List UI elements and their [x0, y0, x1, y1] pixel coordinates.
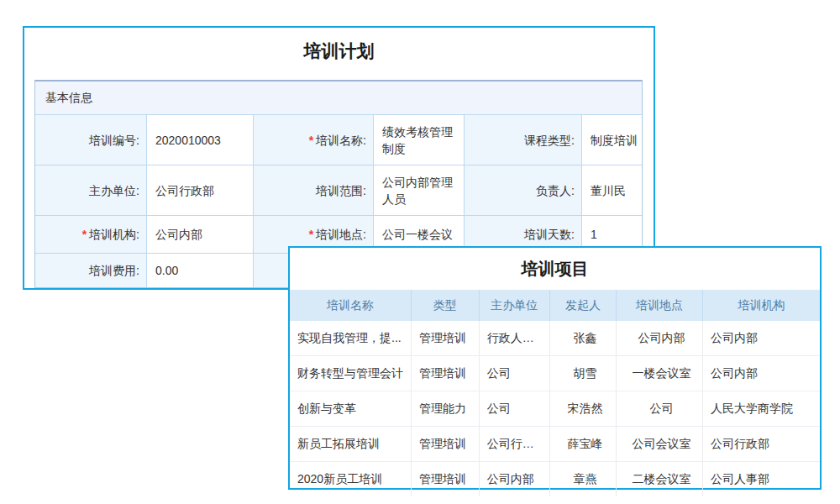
field-label-text: 培训机构: — [89, 226, 139, 243]
table-row: 2020新员工培训 管理培训 公司内部 章燕 二楼会议室 公司人事部 — [290, 462, 820, 497]
field-label-text: 培训天数: — [524, 226, 575, 243]
field-label: 培训范围: — [254, 165, 374, 216]
field-label-text: 负责人: — [536, 182, 575, 199]
table-row: 财务转型与管理会计 管理培训 公司 胡雪 一楼会议室 公司内部 — [290, 356, 820, 391]
field-label-text: 培训地点: — [316, 226, 366, 243]
field-value: 董川民 — [582, 165, 642, 216]
table-row: 新员工拓展培训 管理培训 公司行政部 薛宝峰 公司会议室 公司行政部 — [290, 427, 820, 462]
initiator-link[interactable]: 宋浩然 — [549, 391, 617, 427]
location-cell: 二楼会议室 — [617, 462, 703, 497]
column-header-agency: 培训机构 — [703, 290, 820, 321]
field-value: 绩效考核管理制度 — [374, 115, 465, 165]
location-cell: 一楼会议室 — [617, 356, 703, 391]
field-label-text: 培训费用: — [89, 262, 139, 279]
column-header-name: 培训名称 — [290, 290, 411, 321]
field-label-text: 培训编号: — [89, 132, 139, 149]
agency-cell: 公司行政部 — [703, 427, 820, 462]
org-cell: 公司行政部 — [479, 427, 549, 462]
page-title: 培训计划 — [24, 38, 654, 65]
training-projects-panel: 培训项目 培训名称 类型 主办单位 发起人 培训地点 培训机构 实现自我管理，提… — [288, 246, 822, 490]
org-cell: 公司内部 — [479, 462, 549, 497]
field-label: *培训名称: — [254, 115, 374, 165]
location-cell: 公司会议室 — [617, 427, 703, 462]
training-name-link[interactable]: 新员工拓展培训 — [290, 427, 411, 462]
field-label: 课程类型: — [465, 115, 582, 165]
required-marker: * — [309, 226, 313, 243]
type-cell: 管理培训 — [411, 462, 479, 497]
field-label: 主办单位: — [35, 165, 147, 216]
agency-cell: 人民大学商学院 — [703, 391, 820, 427]
column-header-org: 主办单位 — [479, 290, 549, 321]
field-label: 培训费用: — [35, 254, 147, 287]
field-label-text: 培训名称: — [316, 132, 366, 149]
table-row: 创新与变革 管理能力 公司 宋浩然 公司 人民大学商学院 — [290, 391, 820, 427]
field-value: 公司行政部 — [147, 165, 254, 216]
projects-title: 培训项目 — [290, 248, 820, 290]
type-cell: 管理培训 — [411, 321, 479, 356]
org-cell: 公司 — [479, 356, 549, 391]
field-label: 培训编号: — [35, 115, 147, 165]
training-name-link[interactable]: 财务转型与管理会计 — [290, 356, 411, 391]
field-label-text: 培训范围: — [316, 182, 366, 199]
training-name-link[interactable]: 创新与变革 — [290, 391, 411, 427]
agency-cell: 公司内部 — [703, 321, 820, 356]
field-value: 制度培训 — [582, 115, 642, 165]
field-label-text: 主办单位: — [89, 182, 139, 199]
location-cell: 公司 — [617, 391, 703, 427]
table-row: 实现自我管理，提... 管理培训 行政人事部 张鑫 公司内部 公司内部 — [290, 321, 820, 356]
training-name-link[interactable]: 2020新员工培训 — [290, 462, 411, 497]
agency-cell: 公司内部 — [703, 356, 820, 391]
column-header-type: 类型 — [411, 290, 479, 321]
field-value: 公司内部管理人员 — [374, 165, 465, 216]
initiator-link[interactable]: 胡雪 — [549, 356, 617, 391]
initiator-link[interactable]: 张鑫 — [549, 321, 617, 356]
field-label: 负责人: — [465, 165, 582, 216]
field-value: 公司内部 — [147, 216, 254, 254]
type-cell: 管理培训 — [411, 427, 479, 462]
training-name-link[interactable]: 实现自我管理，提... — [290, 321, 411, 356]
org-cell: 行政人事部 — [479, 321, 549, 356]
org-cell: 公司 — [479, 391, 549, 427]
required-marker: * — [309, 132, 313, 149]
initiator-link[interactable]: 薛宝峰 — [549, 427, 617, 462]
field-label-text: 课程类型: — [524, 132, 575, 149]
section-header: 基本信息 — [35, 81, 642, 115]
field-value: 2020010003 — [147, 115, 254, 165]
agency-cell: 公司人事部 — [703, 462, 820, 497]
table-header-row: 培训名称 类型 主办单位 发起人 培训地点 培训机构 — [290, 290, 820, 321]
required-marker: * — [82, 226, 87, 243]
field-label: *培训机构: — [35, 216, 147, 254]
field-value: 0.00 — [147, 254, 254, 287]
type-cell: 管理培训 — [411, 356, 479, 391]
initiator-link[interactable]: 章燕 — [549, 462, 617, 497]
projects-table: 培训名称 类型 主办单位 发起人 培训地点 培训机构 实现自我管理，提... 管… — [290, 290, 820, 496]
location-cell: 公司内部 — [617, 321, 703, 356]
type-cell: 管理能力 — [411, 391, 479, 427]
column-header-initiator: 发起人 — [549, 290, 617, 321]
column-header-location: 培训地点 — [617, 290, 703, 321]
